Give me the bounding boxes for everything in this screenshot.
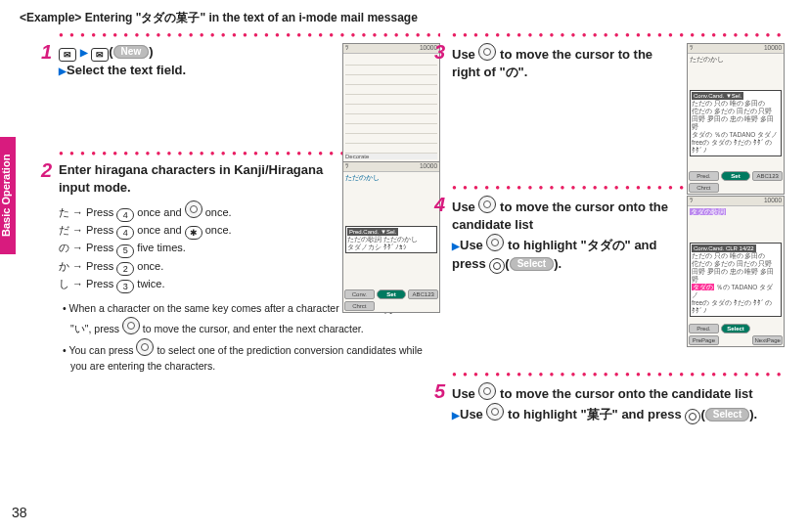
new-button-label: New bbox=[113, 45, 150, 59]
center-key-icon bbox=[685, 409, 700, 424]
page-number: 38 bbox=[12, 505, 27, 520]
divider: ● ● ● ● ● ● ● ● ● ● ● ● ● ● ● ● ● ● ● ● … bbox=[452, 30, 785, 39]
step-number: 3 bbox=[434, 41, 445, 64]
select-button-label: Select bbox=[510, 257, 554, 271]
triangle-icon: ▶ bbox=[452, 241, 460, 251]
nav-right-icon bbox=[122, 317, 140, 334]
triangle-icon: ▶ bbox=[452, 410, 460, 421]
nav-icon bbox=[478, 43, 496, 61]
center-key-icon bbox=[489, 258, 505, 274]
divider: ● ● ● ● ● ● ● ● ● ● ● ● ● ● ● ● ● ● ● ● … bbox=[59, 30, 440, 39]
divider: ● ● ● ● ● ● ● ● ● ● ● ● ● ● ● ● ● ● ● ● … bbox=[452, 370, 785, 378]
nav-right-icon bbox=[185, 200, 202, 218]
nav-down-icon bbox=[136, 338, 154, 356]
step-4: 4 Use to move the cursor onto the candid… bbox=[452, 196, 785, 274]
nav-icon bbox=[486, 234, 504, 251]
mail-icon: ✉ bbox=[91, 48, 109, 62]
step-3: 3 Use to move the cursor to the right of… bbox=[452, 43, 785, 82]
triangle-icon: ▶ bbox=[59, 66, 67, 76]
phone-mock-step3: ﾂ10000 ただのかし Conv.Cand. ▼Sel. ただの 只の 唯の … bbox=[687, 43, 785, 195]
step-number: 4 bbox=[434, 194, 445, 216]
key-4-icon: 4 bbox=[116, 208, 134, 222]
step-number: 1 bbox=[41, 41, 52, 64]
key-4-icon: 4 bbox=[116, 226, 134, 240]
step-1: 1 ✉ ▶ ✉(New) ▶Select the text field. ﾂ10… bbox=[59, 43, 440, 82]
key-5-icon: 5 bbox=[116, 244, 134, 258]
key-3-icon: 3 bbox=[116, 280, 134, 293]
step-1-text: Select the text field. bbox=[67, 63, 186, 77]
step-5-head: Use to move the cursor onto the candidat… bbox=[452, 382, 785, 424]
side-tab-basic-operation: Basic Operation bbox=[0, 137, 16, 254]
phone-mock-step4: ﾂ10000 タダの歌詞 Conv.Cand. CLR 14/22 ただの 只の… bbox=[687, 196, 785, 347]
step-2: 2 Enter hiragana characters in Kanji/Hir… bbox=[59, 161, 440, 375]
example-heading: <Example> Entering "タダの菓子" in the text o… bbox=[20, 10, 789, 26]
step-5: 5 Use to move the cursor onto the candid… bbox=[452, 382, 785, 424]
mail-icon: ✉ bbox=[59, 48, 76, 62]
nav-icon bbox=[478, 382, 496, 400]
step-number: 5 bbox=[434, 380, 445, 403]
triangle-icon: ▶ bbox=[80, 47, 88, 58]
example-heading-text: <Example> Entering "タダの菓子" in the text o… bbox=[20, 11, 418, 24]
nav-icon bbox=[486, 403, 504, 421]
step-number: 2 bbox=[41, 159, 52, 182]
key-star-icon: ✱ bbox=[185, 226, 202, 240]
select-button-label: Select bbox=[705, 408, 749, 421]
nav-icon bbox=[478, 196, 496, 213]
phone-mock-step2: ﾂ10000 ただのかし Pred.Cand. ▼Sel. ただの歌詞 ただのか… bbox=[342, 161, 440, 313]
key-2-icon: 2 bbox=[116, 262, 134, 276]
